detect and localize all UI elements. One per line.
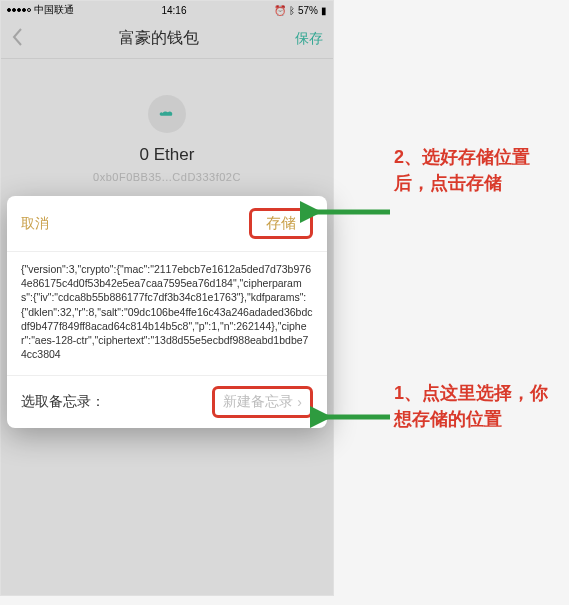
- clock: 14:16: [161, 5, 186, 16]
- memo-picker-highlight: 新建备忘录 ›: [212, 386, 313, 418]
- phone-frame: 中国联通 14:16 ⏰ ᛒ 57% ▮ 富豪的钱包 保存 0 Ether 0x…: [0, 0, 334, 596]
- store-button[interactable]: 存储: [266, 214, 296, 231]
- alarm-icon: ⏰: [274, 5, 286, 16]
- nav-save-button[interactable]: 保存: [295, 30, 323, 48]
- wallet-address: 0xb0F0BB35...CdD333f02C: [1, 171, 333, 183]
- annotation-2: 2、选好存储位置后，点击存储: [394, 144, 564, 196]
- memo-picker-label: 选取备忘录：: [21, 393, 105, 411]
- arrow-icon: [300, 200, 400, 230]
- carrier-label: 中国联通: [34, 3, 74, 17]
- back-button[interactable]: [11, 27, 23, 51]
- status-bar: 中国联通 14:16 ⏰ ᛒ 57% ▮: [1, 1, 333, 19]
- page-title: 富豪的钱包: [119, 28, 199, 49]
- cancel-button[interactable]: 取消: [21, 215, 49, 233]
- balance-label: 0 Ether: [1, 145, 333, 165]
- arrow-icon: [310, 405, 400, 435]
- signal-icon: [7, 8, 31, 12]
- bluetooth-icon: ᛒ: [289, 5, 295, 16]
- annotation-1: 1、点这里选择，你想存储的位置: [394, 380, 564, 432]
- save-dialog: 取消 存储 {"version":3,"crypto":{"mac":"2117…: [7, 196, 327, 428]
- keystore-json-text: {"version":3,"crypto":{"mac":"2117ebcb7e…: [7, 252, 327, 375]
- chevron-right-icon: ›: [297, 394, 302, 410]
- wallet-avatar: [148, 95, 186, 133]
- memo-picker-button[interactable]: 新建备忘录: [223, 393, 293, 411]
- battery-label: 57%: [298, 5, 318, 16]
- battery-icon: ▮: [321, 5, 327, 16]
- nav-bar: 富豪的钱包 保存: [1, 19, 333, 59]
